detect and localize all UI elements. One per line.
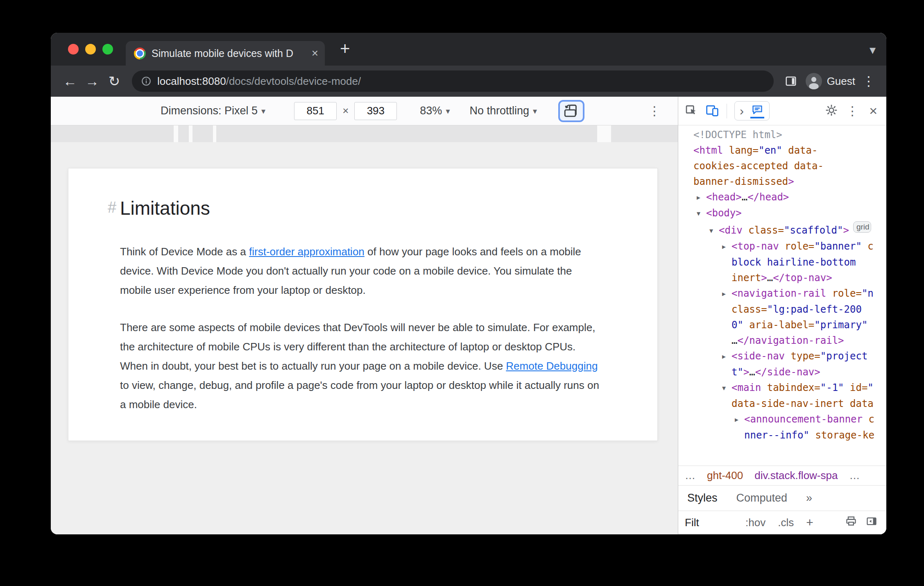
dom-tree-line[interactable]: 0" aria-label="primary" xyxy=(678,317,886,333)
device-dimensions-dropdown[interactable]: Dimensions: Pixel 5 ▾ xyxy=(161,104,265,117)
dom-token: "n xyxy=(862,288,874,299)
expand-arrow-icon[interactable]: ▶ xyxy=(735,412,744,427)
breadcrumb-overflow-right[interactable]: … xyxy=(849,469,860,482)
dom-tree-line[interactable]: ▼<div class="scaffold">grid xyxy=(678,221,886,238)
console-drawer-tab[interactable] xyxy=(750,103,764,118)
dom-tree-line[interactable]: <!DOCTYPE html> xyxy=(678,127,886,143)
back-button[interactable]: ← xyxy=(59,73,81,89)
expand-arrow-icon[interactable]: ▶ xyxy=(722,349,732,364)
tab-styles[interactable]: Styles xyxy=(687,492,718,504)
tab-computed[interactable]: Computed xyxy=(736,492,788,504)
dom-token: class= xyxy=(743,225,784,236)
ruler-segment xyxy=(178,125,189,142)
viewport-height-input[interactable] xyxy=(354,102,397,120)
tab-title: Simulate mobile devices with D xyxy=(152,48,306,59)
fullscreen-window-button[interactable] xyxy=(102,44,113,55)
throttling-dropdown[interactable]: No throttling ▾ xyxy=(469,104,537,117)
dom-token: type= xyxy=(785,350,820,362)
devtools-close-button[interactable]: × xyxy=(867,103,880,119)
dom-token: id= xyxy=(844,382,868,393)
dom-token: data-side-nav-inert data xyxy=(732,398,874,409)
viewport-top-strip xyxy=(51,125,678,142)
forward-button[interactable]: → xyxy=(81,73,103,89)
site-info-icon[interactable] xyxy=(140,76,152,86)
dom-tree-line[interactable]: ▼<body> xyxy=(678,205,886,221)
dom-tree-line[interactable]: …</navigation-rail> xyxy=(678,333,886,348)
guest-label: Guest xyxy=(827,75,855,88)
tab-favicon-icon xyxy=(134,48,146,59)
dom-tree-line[interactable]: ▶<side-nav type="project xyxy=(678,348,886,364)
dom-token: <navigation-rail xyxy=(732,288,826,299)
dom-tree-line[interactable]: inert>…</top-nav> xyxy=(678,270,886,286)
browser-tab[interactable]: Simulate mobile devices with D × xyxy=(126,41,325,66)
grid-badge[interactable]: grid xyxy=(853,221,871,233)
dom-token: … xyxy=(732,335,737,346)
address-bar[interactable]: localhost:8080/docs/devtools/device-mode… xyxy=(132,70,774,92)
device-mode-menu-button[interactable]: ⋮ xyxy=(648,104,661,118)
dom-tree-line[interactable]: ▼<main tabindex="-1" id=" xyxy=(678,380,886,396)
close-window-button[interactable] xyxy=(68,44,79,55)
breadcrumb-item[interactable]: ght-400 xyxy=(707,469,743,482)
dom-tree-line[interactable]: ▶<navigation-rail role="n xyxy=(678,286,886,302)
toggle-classes-button[interactable]: .cls xyxy=(778,516,794,529)
dom-tree-line[interactable]: t">…</side-nav> xyxy=(678,364,886,380)
browser-menu-button[interactable]: ⋮ xyxy=(859,73,878,89)
reload-button[interactable]: ↻ xyxy=(103,73,125,89)
collapse-arrow-icon[interactable]: ▼ xyxy=(709,223,719,238)
devtools-menu-button[interactable]: ⋮ xyxy=(845,104,860,118)
dom-token: > xyxy=(743,366,749,378)
breadcrumb-overflow-left[interactable]: … xyxy=(685,469,695,482)
dom-tree-line[interactable]: class="lg:pad-left-200 xyxy=(678,302,886,317)
toggle-element-state-button[interactable]: :hov xyxy=(745,516,765,529)
devtools-toolbar-right: ⋮ × xyxy=(825,103,880,119)
toggle-computed-sidebar-button[interactable] xyxy=(866,516,877,530)
dom-token: aria-label= xyxy=(743,319,814,331)
print-emulation-button[interactable] xyxy=(845,516,857,530)
dom-tree-line[interactable]: <html lang="en" data- xyxy=(678,143,886,158)
url-host: localhost:8080 xyxy=(157,75,226,87)
viewport-width-input[interactable] xyxy=(294,102,337,120)
dom-tree-line[interactable]: cookies-accepted data- xyxy=(678,158,886,174)
breadcrumb-item[interactable]: div.stack.flow-spa xyxy=(754,469,838,482)
heading-anchor-hash[interactable]: # xyxy=(108,199,116,216)
more-panels-chevron-icon[interactable]: › xyxy=(740,104,744,118)
new-tab-button[interactable]: + xyxy=(340,40,350,57)
collapse-arrow-icon[interactable]: ▼ xyxy=(722,380,732,396)
chat-bubble-icon xyxy=(751,104,763,116)
tab-search-chevron-icon[interactable]: ▾ xyxy=(870,43,876,57)
devtools-settings-button[interactable] xyxy=(825,104,838,118)
dom-tree-line[interactable]: block hairline-bottom xyxy=(678,254,886,270)
minimize-window-button[interactable] xyxy=(85,44,96,55)
remote-debugging-link[interactable]: Remote Debugging xyxy=(506,360,598,372)
toggle-device-toolbar-button[interactable] xyxy=(705,104,719,118)
dom-token: … xyxy=(749,366,755,378)
zoom-dropdown[interactable]: 83% ▾ xyxy=(420,104,450,117)
toolbar-divider xyxy=(727,104,727,118)
styles-filter-input[interactable] xyxy=(684,515,733,530)
dom-tree-line[interactable]: ▶<head>…</head> xyxy=(678,189,886,205)
dom-token: data- xyxy=(782,145,818,156)
traffic-lights xyxy=(68,44,113,55)
collapse-arrow-icon[interactable]: ▼ xyxy=(697,206,706,221)
dom-tree-line[interactable]: nner--info" storage-ke xyxy=(678,427,886,443)
rotate-viewport-button[interactable] xyxy=(558,100,584,122)
side-panel-button[interactable] xyxy=(780,75,802,87)
dom-tree-line[interactable]: data-side-nav-inert data xyxy=(678,396,886,411)
expand-arrow-icon[interactable]: ▶ xyxy=(722,239,732,254)
dom-token: <body> xyxy=(706,207,742,219)
dom-tree-line[interactable]: banner-dismissed> xyxy=(678,174,886,189)
dom-tree-line[interactable]: ▶<announcement-banner c xyxy=(678,411,886,427)
expand-arrow-icon[interactable]: ▶ xyxy=(697,190,706,205)
inspect-element-button[interactable] xyxy=(685,104,698,118)
dom-tree-line[interactable]: ▶<top-nav role="banner" c xyxy=(678,238,886,254)
expand-arrow-icon[interactable]: ▶ xyxy=(722,286,732,302)
new-style-rule-button[interactable]: + xyxy=(806,516,813,529)
tab-close-icon[interactable]: × xyxy=(312,48,318,59)
inspect-icon xyxy=(685,104,698,117)
more-tabs-icon[interactable]: » xyxy=(806,492,812,504)
avatar xyxy=(806,73,822,89)
styles-sidebar-tabs: Styles Computed » xyxy=(678,485,886,511)
dom-token: … xyxy=(742,191,747,203)
profile-button[interactable]: Guest xyxy=(802,73,859,89)
first-order-approximation-link[interactable]: first-order approximation xyxy=(249,245,365,258)
